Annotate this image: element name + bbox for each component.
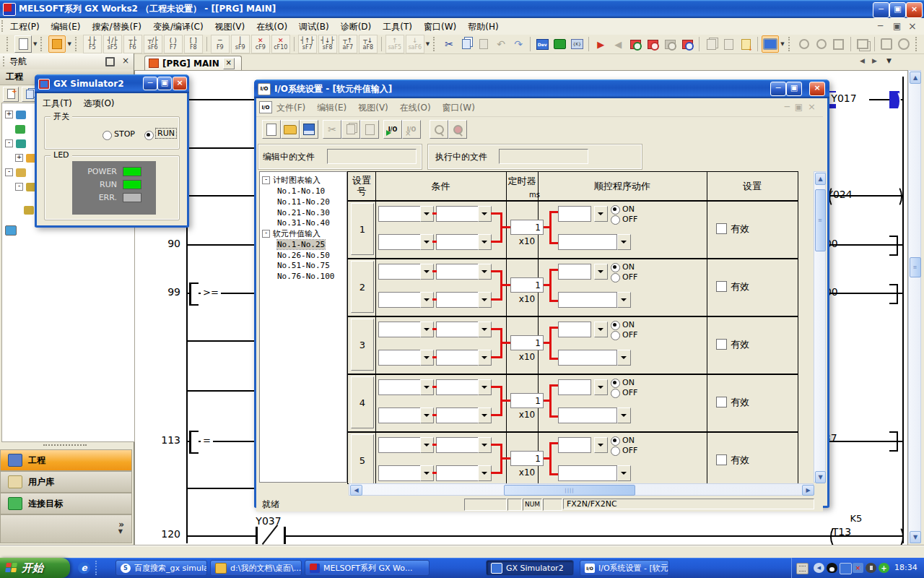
collapse-icon[interactable]: - xyxy=(5,139,13,147)
simulator-restore-button[interactable]: ▣ xyxy=(157,77,172,90)
project-tree-button[interactable] xyxy=(48,35,66,53)
condition-device-combo[interactable] xyxy=(378,379,421,395)
io-menu-edit[interactable]: 编辑(E) xyxy=(317,102,346,114)
ladder-key-sf8[interactable]: ┤↓├sF8 xyxy=(318,35,337,53)
ladder-key-f5[interactable]: ┤├F5 xyxy=(83,35,102,53)
condition-device-combo[interactable] xyxy=(378,264,421,280)
menu-find[interactable]: 搜索/替换(F) xyxy=(92,21,141,33)
menu-tools[interactable]: 工具(T) xyxy=(383,21,412,33)
ladder-key-f8[interactable]: [ ]F8 xyxy=(184,35,203,53)
ladder-dropdown-icon[interactable]: ▼ xyxy=(426,41,430,47)
tree-item[interactable]: No.31-No.40 xyxy=(277,217,330,228)
simulation-button[interactable] xyxy=(762,35,779,53)
condition-value-combo[interactable] xyxy=(436,322,479,337)
combo-arrow-icon[interactable] xyxy=(478,379,492,395)
tree-item[interactable]: No.76-No.100 xyxy=(277,271,334,282)
collapse-icon[interactable]: - xyxy=(262,230,270,238)
simulator-minimize-button[interactable]: ─ xyxy=(143,77,157,90)
splitter-handle[interactable] xyxy=(43,444,87,446)
tray-antivirus-icon[interactable]: + xyxy=(879,563,889,573)
condition-value-combo[interactable] xyxy=(436,206,479,222)
combo-arrow-icon[interactable] xyxy=(594,264,608,280)
monitor-start-icon[interactable] xyxy=(627,36,643,52)
copy-icon[interactable] xyxy=(458,36,474,52)
condition-value-combo[interactable] xyxy=(436,350,479,366)
tab-list-icon[interactable]: ▼ xyxy=(886,57,892,64)
ladder-key-cf10[interactable]: ✕cF10 xyxy=(271,35,290,53)
condition-device-combo[interactable] xyxy=(378,465,421,481)
tree-item[interactable]: No.26-No.50 xyxy=(277,250,330,261)
valid-checkbox[interactable] xyxy=(716,281,727,292)
ladder-key-f7[interactable]: ( )F7 xyxy=(164,35,183,53)
ladder-key-cf9[interactable]: ✕cF9 xyxy=(251,35,270,53)
condition-device-combo[interactable] xyxy=(378,322,421,337)
io-minimize-button[interactable]: ─ xyxy=(770,82,786,96)
off-radio[interactable] xyxy=(611,447,620,456)
menu-view[interactable]: 视图(V) xyxy=(215,21,245,33)
action-device-combo[interactable] xyxy=(558,292,617,308)
menu-online[interactable]: 在线(O) xyxy=(256,21,287,33)
close-button[interactable]: × xyxy=(906,2,923,18)
combo-arrow-icon[interactable] xyxy=(478,206,492,222)
scroll-thumb[interactable]: ≡ xyxy=(815,189,826,251)
mdi-restore-button[interactable]: ▣ xyxy=(893,21,901,31)
on-radio[interactable] xyxy=(611,205,620,215)
timer-value-input[interactable]: 1 xyxy=(510,451,544,466)
ladder-key-f9[interactable]: ─F9 xyxy=(211,35,230,53)
action-device-combo[interactable] xyxy=(558,264,591,280)
combo-arrow-icon[interactable] xyxy=(478,465,492,481)
taskbar-item-iosetting[interactable]: I/O I/O系统设置 - [软元... xyxy=(580,560,669,576)
io-new-icon[interactable] xyxy=(262,120,281,139)
stop-radio[interactable] xyxy=(103,131,112,140)
on-radio[interactable] xyxy=(611,436,620,446)
tree-item[interactable]: No.21-No.30 xyxy=(277,207,330,218)
action-device-combo[interactable] xyxy=(558,465,617,481)
expand-icon[interactable]: + xyxy=(15,154,23,162)
row-number-button[interactable]: 1 xyxy=(351,203,374,255)
timer-value-input[interactable]: 1 xyxy=(510,277,544,293)
mdi-close-button[interactable]: × xyxy=(908,20,917,32)
tray-keyboard-icon[interactable] xyxy=(796,563,808,574)
menu-help[interactable]: 帮助(H) xyxy=(468,21,498,33)
condition-value-combo[interactable] xyxy=(436,407,479,423)
condition-device-combo[interactable] xyxy=(378,437,421,453)
row-number-button[interactable]: 3 xyxy=(351,319,374,371)
overflow-down-icon[interactable]: ▼ xyxy=(118,528,123,535)
off-radio[interactable] xyxy=(611,331,620,340)
io-menu-window[interactable]: 窗口(W) xyxy=(443,102,475,114)
valid-checkbox[interactable] xyxy=(716,339,727,350)
nav-button-connection[interactable]: 连接目标 xyxy=(0,493,132,514)
cut-icon[interactable]: ✂ xyxy=(441,36,457,52)
io-menu-file[interactable]: 文件(F) xyxy=(276,102,305,114)
scroll-left-icon[interactable]: ◀ xyxy=(350,485,362,496)
combo-arrow-icon[interactable] xyxy=(478,350,492,366)
action-device-combo[interactable] xyxy=(558,322,591,337)
combo-arrow-icon[interactable] xyxy=(594,206,608,222)
on-radio[interactable] xyxy=(611,263,620,272)
ladder-key-sf7[interactable]: ┤↑├sF7 xyxy=(298,35,317,53)
device-test-icon[interactable]: {K} xyxy=(569,36,585,52)
tree-item[interactable]: No.1-No.10 xyxy=(277,186,325,197)
combo-arrow-icon[interactable] xyxy=(478,437,492,453)
monitor-read-icon[interactable] xyxy=(679,36,695,52)
ladder-vscrollbar[interactable]: ▲ ≡ ▼ xyxy=(908,70,921,543)
menu-project[interactable]: 工程(P) xyxy=(10,21,40,33)
monitor-mode-icon[interactable] xyxy=(552,36,567,52)
io-tree[interactable]: -计时图表输入 No.1-No.10 No.11-No.20 No.21-No.… xyxy=(259,171,347,483)
tray-qq-icon[interactable] xyxy=(827,563,837,573)
tray-network-icon[interactable]: × xyxy=(853,563,863,573)
tray-volume-icon[interactable] xyxy=(866,563,876,573)
nav-button-user-library[interactable]: 用户库 xyxy=(0,471,132,493)
scroll-up-icon[interactable]: ▲ xyxy=(815,173,826,185)
condition-device-combo[interactable] xyxy=(378,407,421,423)
collapse-icon[interactable]: - xyxy=(5,168,13,176)
io-restore-button[interactable]: ▣ xyxy=(786,82,802,96)
io-open-icon[interactable] xyxy=(281,120,300,139)
on-radio[interactable] xyxy=(611,379,620,388)
valid-checkbox[interactable] xyxy=(716,397,727,407)
row-number-button[interactable]: 4 xyxy=(351,376,374,428)
tree-group-timing[interactable]: -计时图表输入 xyxy=(262,175,321,186)
taskbar-item-explorer[interactable]: d:\我的文档\桌面\... xyxy=(210,560,302,576)
write-to-plc-icon[interactable]: ▶ xyxy=(593,36,609,52)
ladder-key-af8[interactable]: ┬↓aF8 xyxy=(359,35,378,53)
